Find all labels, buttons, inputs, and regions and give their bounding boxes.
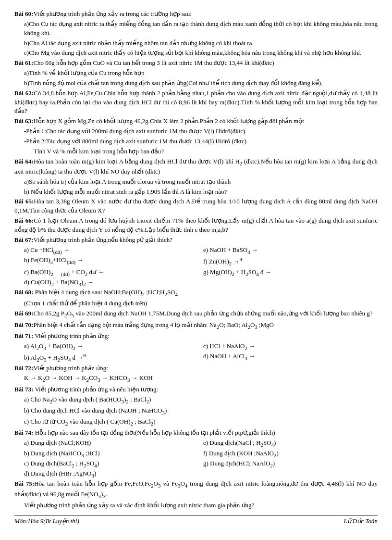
bai75-sub: Viết phương trình phản ứng xảy ra và xác… xyxy=(14,501,378,510)
bai60-a: a)Cho Cu tác dụng axit nitric ta thấy mi… xyxy=(14,20,378,38)
bai61-a: a)Tính % về khối lượng của Cu trong hỗn … xyxy=(14,69,378,78)
bai74-e: e) Dung dịch(NaCl ; H2SO4) xyxy=(203,439,378,449)
bai67-d: d) Cu(OH)2 + Ba(NO3)2 → xyxy=(24,278,198,288)
bai67-b: b) Fe(OH)3+HCl(dd) → xyxy=(24,256,198,268)
bai71-c: c) HCl + NaAlO2 → xyxy=(203,342,378,352)
bai74-f: f) Dung dịch (KOH ;NaAlO2) xyxy=(203,449,378,459)
bai74-d: d) Dung dịch (HBr ;AgNO3) xyxy=(24,469,198,479)
bai67-e: e) NaOH + BaSO4 → xyxy=(203,246,378,256)
bai71-b: b) Al2O3 + H2SO4 đ →θ xyxy=(24,352,198,364)
bai64-b: b) Nếu khối lượng mỗi muối nitrat sinh r… xyxy=(14,188,378,197)
bai71-title: Bài 71: Viết phương trình phản ứng: xyxy=(14,332,378,341)
bai69-title: Bài 69:Cho 85,2g P2O5 vào 200ml dung dịc… xyxy=(14,309,378,319)
bai60-c: c)Cho Mg vào dung dịch axit nitric thấy … xyxy=(14,49,378,58)
bai67-reactions: a) Cu +HCl(dd) → e) NaOH + BaSO4 → b) Fe… xyxy=(14,246,378,288)
bai68-sub: (Chọn 1 chất thử để phân biệt 4 dung dịc… xyxy=(14,299,378,308)
bai63-p2: -Phần 2:Tác dụng với 800ml dung dịch axi… xyxy=(14,137,378,146)
bai71-a: a) Al2O3 + Ba(OH)2 → xyxy=(24,342,198,352)
bai74-b: b) Dung dịch (NaHCO3 ;HCl) xyxy=(24,449,198,459)
bai67-c: c) Ba(OH)2 (dd) + CO2 dư → xyxy=(24,268,198,278)
bai61-b: b)Tính nồng độ mol của chất tan trong du… xyxy=(14,79,378,88)
bai71-d: d) NaOH + AlCl3 → xyxy=(203,352,378,364)
bai72-chain: K → K2O → KOH → K2CO3 → KHCO3 → KOH xyxy=(14,374,378,384)
bai74-c: c) Dung dịch(BaCl2 ; H2SO4) xyxy=(24,459,198,469)
bai73-c: c) Cho từ từ CO2 vào dung dịch ( Ca(OH)2… xyxy=(14,417,378,427)
bai63-title: Bài 63:Hỗn hợp X gồm Mg,Zn có khối lượng… xyxy=(14,117,378,126)
bai73-a: a) Cho Na2O vào dung dịch ( Ba(HCO3)2 ; … xyxy=(14,395,378,405)
bai62-title: Bài 62:Có 34,8 hỗn hợp Al,Fe,Cu.Chia hỗn… xyxy=(14,89,378,116)
bai68-title: Bài 68: Phân biệt 4 dung dịch sau: NaOH;… xyxy=(14,288,378,298)
bai64-title: Bài 64:Hòa tan hoàn toàn m(g) kim loại A… xyxy=(14,157,378,176)
bai60-title: Bài 60:Viết phương trình phản ứng xảy ra… xyxy=(14,10,378,19)
bai74-items: a) Dung dịch (NaCl;KOH) e) Dung dịch(NaC… xyxy=(14,439,378,479)
bai66-title: Bài 66:Có 1 loại Oleum A trong đó lưu hu… xyxy=(14,216,378,235)
bai67-title: Bài 67:Viết phương trình phản ứng,nếu kh… xyxy=(14,236,378,245)
bai73-title: Bài 73: Viết phương trình phản ứng và nê… xyxy=(14,385,378,394)
main-content: Bài 60:Viết phương trình phản ứng xảy ra… xyxy=(14,10,378,526)
bai60-b: b)Cho Al tác dụng axit nitric nhận thấy … xyxy=(14,39,378,48)
bai74-placeholder xyxy=(203,469,378,479)
bai72-title: Bài 72:Viết phương trình phản ứng: xyxy=(14,364,378,373)
bai63-ask: Tính V và % mỗi kim loại trong hỗn hợp b… xyxy=(14,147,378,156)
bai74-title: Bài 74: Hỗn hợp nào sau đây tồn tại đồng… xyxy=(14,428,378,438)
bai67-a: a) Cu +HCl(dd) → xyxy=(24,246,198,256)
bai63-p1: -Phần 1:Cho tác dụng với 200ml dung dịch… xyxy=(14,127,378,136)
bai67-placeholder xyxy=(203,278,378,288)
bai71-reactions: a) Al2O3 + Ba(OH)2 → c) HCl + NaAlO2 → b… xyxy=(14,342,378,364)
footer-left: Môn:Hóa 9(Bt Luyện thi) xyxy=(14,517,79,526)
bai73-b: b) Cho dung dịch HCl vào dung dịch (NaOH… xyxy=(14,406,378,416)
footer: Môn:Hóa 9(Bt Luyện thi) Lữ Đức Toàn xyxy=(14,515,378,526)
bai65-title: Bài 65:Hòa tan 3,38g Oleum X vào nước dư… xyxy=(14,197,378,215)
bai61-title: Bài 61:Cho 60g hỗn hợp gồm CuO và Cu tan… xyxy=(14,59,378,68)
bai64-a: a)So sánh hóa trị của kim loại A trong m… xyxy=(14,177,378,187)
bai67-f: f) Zn(OH)2 →θ xyxy=(203,256,378,268)
bai74-a: a) Dung dịch (NaCl;KOH) xyxy=(24,439,198,449)
bai67-g: g) Mg(OH)2 + H2SO4 đ → xyxy=(203,268,378,278)
footer-right: Lữ Đức Toàn xyxy=(344,517,378,526)
bai75-title: Bài 75:Hòa tan hoàn toàn hỗn hợp gồm Fe,… xyxy=(14,479,378,500)
bai70-title: Bài 70:Phân biệt 4 chất rắn dạng bột màu… xyxy=(14,321,378,331)
bai74-g: g) Dung dịch(HCl; NaAlO2) xyxy=(203,459,378,469)
